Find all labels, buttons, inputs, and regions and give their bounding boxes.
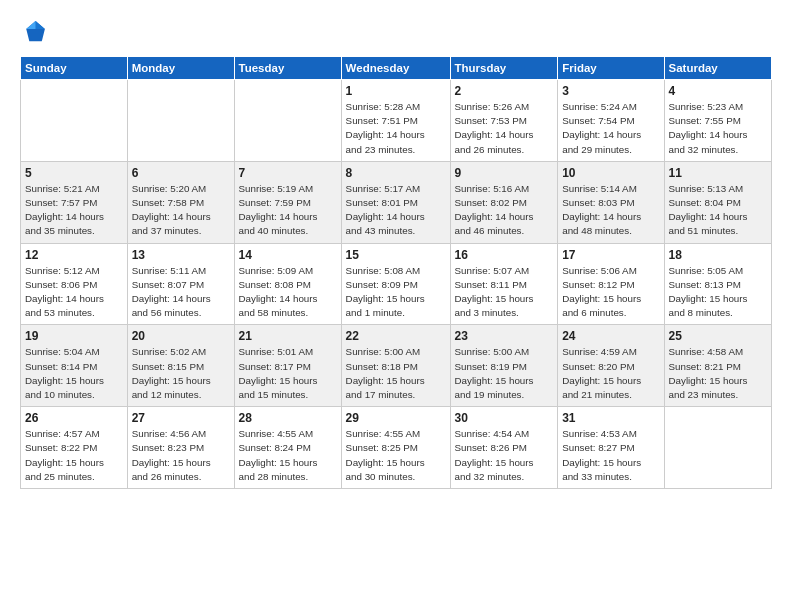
day-number: 16 xyxy=(455,248,554,262)
day-info: Sunrise: 5:28 AM Sunset: 7:51 PM Dayligh… xyxy=(346,100,446,157)
day-info: Sunrise: 4:58 AM Sunset: 8:21 PM Dayligh… xyxy=(669,345,768,402)
day-number: 12 xyxy=(25,248,123,262)
day-info: Sunrise: 5:20 AM Sunset: 7:58 PM Dayligh… xyxy=(132,182,230,239)
day-info: Sunrise: 5:24 AM Sunset: 7:54 PM Dayligh… xyxy=(562,100,659,157)
day-info: Sunrise: 5:11 AM Sunset: 8:07 PM Dayligh… xyxy=(132,264,230,321)
svg-marker-1 xyxy=(36,21,45,29)
day-info: Sunrise: 5:23 AM Sunset: 7:55 PM Dayligh… xyxy=(669,100,768,157)
calendar-cell: 24Sunrise: 4:59 AM Sunset: 8:20 PM Dayli… xyxy=(558,325,664,407)
day-info: Sunrise: 5:02 AM Sunset: 8:15 PM Dayligh… xyxy=(132,345,230,402)
calendar-cell: 14Sunrise: 5:09 AM Sunset: 8:08 PM Dayli… xyxy=(234,243,341,325)
day-number: 14 xyxy=(239,248,337,262)
calendar-cell: 2Sunrise: 5:26 AM Sunset: 7:53 PM Daylig… xyxy=(450,80,558,162)
day-number: 27 xyxy=(132,411,230,425)
day-info: Sunrise: 5:12 AM Sunset: 8:06 PM Dayligh… xyxy=(25,264,123,321)
day-number: 18 xyxy=(669,248,768,262)
day-info: Sunrise: 5:08 AM Sunset: 8:09 PM Dayligh… xyxy=(346,264,446,321)
svg-marker-2 xyxy=(26,21,35,29)
day-info: Sunrise: 4:53 AM Sunset: 8:27 PM Dayligh… xyxy=(562,427,659,484)
day-info: Sunrise: 5:14 AM Sunset: 8:03 PM Dayligh… xyxy=(562,182,659,239)
calendar-cell: 12Sunrise: 5:12 AM Sunset: 8:06 PM Dayli… xyxy=(21,243,128,325)
day-info: Sunrise: 4:55 AM Sunset: 8:24 PM Dayligh… xyxy=(239,427,337,484)
calendar-cell: 22Sunrise: 5:00 AM Sunset: 8:18 PM Dayli… xyxy=(341,325,450,407)
day-number: 2 xyxy=(455,84,554,98)
day-number: 26 xyxy=(25,411,123,425)
day-number: 30 xyxy=(455,411,554,425)
col-header-saturday: Saturday xyxy=(664,57,772,80)
col-header-friday: Friday xyxy=(558,57,664,80)
logo xyxy=(20,18,52,46)
calendar-cell: 30Sunrise: 4:54 AM Sunset: 8:26 PM Dayli… xyxy=(450,407,558,489)
day-number: 6 xyxy=(132,166,230,180)
day-number: 23 xyxy=(455,329,554,343)
calendar-cell: 15Sunrise: 5:08 AM Sunset: 8:09 PM Dayli… xyxy=(341,243,450,325)
col-header-wednesday: Wednesday xyxy=(341,57,450,80)
day-info: Sunrise: 5:07 AM Sunset: 8:11 PM Dayligh… xyxy=(455,264,554,321)
calendar-cell: 10Sunrise: 5:14 AM Sunset: 8:03 PM Dayli… xyxy=(558,161,664,243)
calendar-week-1: 1Sunrise: 5:28 AM Sunset: 7:51 PM Daylig… xyxy=(21,80,772,162)
calendar-cell xyxy=(234,80,341,162)
calendar-cell: 28Sunrise: 4:55 AM Sunset: 8:24 PM Dayli… xyxy=(234,407,341,489)
calendar-cell: 25Sunrise: 4:58 AM Sunset: 8:21 PM Dayli… xyxy=(664,325,772,407)
calendar-cell: 1Sunrise: 5:28 AM Sunset: 7:51 PM Daylig… xyxy=(341,80,450,162)
calendar-cell xyxy=(127,80,234,162)
calendar-cell: 23Sunrise: 5:00 AM Sunset: 8:19 PM Dayli… xyxy=(450,325,558,407)
day-info: Sunrise: 5:26 AM Sunset: 7:53 PM Dayligh… xyxy=(455,100,554,157)
day-info: Sunrise: 5:00 AM Sunset: 8:18 PM Dayligh… xyxy=(346,345,446,402)
day-info: Sunrise: 4:55 AM Sunset: 8:25 PM Dayligh… xyxy=(346,427,446,484)
calendar-cell: 21Sunrise: 5:01 AM Sunset: 8:17 PM Dayli… xyxy=(234,325,341,407)
day-number: 4 xyxy=(669,84,768,98)
day-info: Sunrise: 5:16 AM Sunset: 8:02 PM Dayligh… xyxy=(455,182,554,239)
calendar-cell: 18Sunrise: 5:05 AM Sunset: 8:13 PM Dayli… xyxy=(664,243,772,325)
calendar-cell: 19Sunrise: 5:04 AM Sunset: 8:14 PM Dayli… xyxy=(21,325,128,407)
calendar-cell: 8Sunrise: 5:17 AM Sunset: 8:01 PM Daylig… xyxy=(341,161,450,243)
day-number: 21 xyxy=(239,329,337,343)
day-number: 28 xyxy=(239,411,337,425)
calendar-cell: 3Sunrise: 5:24 AM Sunset: 7:54 PM Daylig… xyxy=(558,80,664,162)
calendar-cell: 20Sunrise: 5:02 AM Sunset: 8:15 PM Dayli… xyxy=(127,325,234,407)
calendar-cell: 6Sunrise: 5:20 AM Sunset: 7:58 PM Daylig… xyxy=(127,161,234,243)
day-info: Sunrise: 4:57 AM Sunset: 8:22 PM Dayligh… xyxy=(25,427,123,484)
day-number: 22 xyxy=(346,329,446,343)
calendar-table: SundayMondayTuesdayWednesdayThursdayFrid… xyxy=(20,56,772,489)
calendar-week-2: 5Sunrise: 5:21 AM Sunset: 7:57 PM Daylig… xyxy=(21,161,772,243)
calendar-cell: 27Sunrise: 4:56 AM Sunset: 8:23 PM Dayli… xyxy=(127,407,234,489)
day-info: Sunrise: 5:00 AM Sunset: 8:19 PM Dayligh… xyxy=(455,345,554,402)
day-number: 25 xyxy=(669,329,768,343)
calendar-cell: 9Sunrise: 5:16 AM Sunset: 8:02 PM Daylig… xyxy=(450,161,558,243)
day-number: 3 xyxy=(562,84,659,98)
calendar-cell: 26Sunrise: 4:57 AM Sunset: 8:22 PM Dayli… xyxy=(21,407,128,489)
calendar-week-3: 12Sunrise: 5:12 AM Sunset: 8:06 PM Dayli… xyxy=(21,243,772,325)
day-info: Sunrise: 5:21 AM Sunset: 7:57 PM Dayligh… xyxy=(25,182,123,239)
logo-icon xyxy=(20,18,48,46)
day-info: Sunrise: 4:59 AM Sunset: 8:20 PM Dayligh… xyxy=(562,345,659,402)
day-info: Sunrise: 5:01 AM Sunset: 8:17 PM Dayligh… xyxy=(239,345,337,402)
day-number: 8 xyxy=(346,166,446,180)
day-info: Sunrise: 5:13 AM Sunset: 8:04 PM Dayligh… xyxy=(669,182,768,239)
day-info: Sunrise: 5:17 AM Sunset: 8:01 PM Dayligh… xyxy=(346,182,446,239)
calendar-week-5: 26Sunrise: 4:57 AM Sunset: 8:22 PM Dayli… xyxy=(21,407,772,489)
day-number: 24 xyxy=(562,329,659,343)
day-number: 29 xyxy=(346,411,446,425)
day-number: 1 xyxy=(346,84,446,98)
calendar-cell: 11Sunrise: 5:13 AM Sunset: 8:04 PM Dayli… xyxy=(664,161,772,243)
day-number: 13 xyxy=(132,248,230,262)
calendar-cell: 5Sunrise: 5:21 AM Sunset: 7:57 PM Daylig… xyxy=(21,161,128,243)
calendar-cell: 16Sunrise: 5:07 AM Sunset: 8:11 PM Dayli… xyxy=(450,243,558,325)
day-number: 15 xyxy=(346,248,446,262)
calendar-cell: 31Sunrise: 4:53 AM Sunset: 8:27 PM Dayli… xyxy=(558,407,664,489)
calendar-cell: 29Sunrise: 4:55 AM Sunset: 8:25 PM Dayli… xyxy=(341,407,450,489)
day-info: Sunrise: 4:56 AM Sunset: 8:23 PM Dayligh… xyxy=(132,427,230,484)
day-info: Sunrise: 5:05 AM Sunset: 8:13 PM Dayligh… xyxy=(669,264,768,321)
day-number: 17 xyxy=(562,248,659,262)
day-info: Sunrise: 5:04 AM Sunset: 8:14 PM Dayligh… xyxy=(25,345,123,402)
day-info: Sunrise: 5:06 AM Sunset: 8:12 PM Dayligh… xyxy=(562,264,659,321)
calendar-week-4: 19Sunrise: 5:04 AM Sunset: 8:14 PM Dayli… xyxy=(21,325,772,407)
col-header-monday: Monday xyxy=(127,57,234,80)
calendar-cell xyxy=(21,80,128,162)
day-number: 10 xyxy=(562,166,659,180)
header xyxy=(20,18,772,46)
day-info: Sunrise: 4:54 AM Sunset: 8:26 PM Dayligh… xyxy=(455,427,554,484)
day-number: 7 xyxy=(239,166,337,180)
day-number: 9 xyxy=(455,166,554,180)
